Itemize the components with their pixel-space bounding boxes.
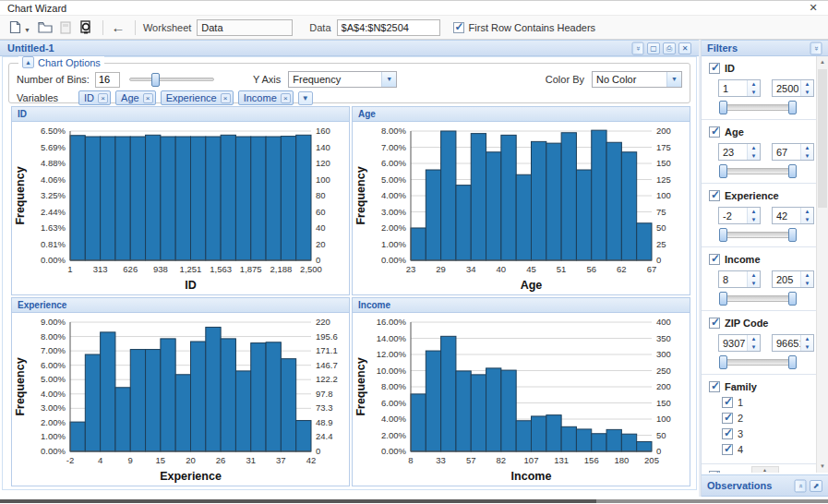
histogram-bar[interactable] bbox=[221, 339, 235, 451]
histogram-bar[interactable] bbox=[592, 434, 606, 451]
scroll-down-icon[interactable]: ▼ bbox=[817, 461, 828, 473]
add-variable-dropdown-icon[interactable]: ▼ bbox=[298, 91, 313, 105]
filter-max-spinner-value[interactable] bbox=[773, 144, 800, 160]
remove-variable-icon[interactable]: × bbox=[281, 93, 291, 103]
spin-up-icon[interactable]: ▲ bbox=[748, 271, 760, 280]
histogram-bar[interactable] bbox=[606, 142, 621, 260]
histogram-bar[interactable] bbox=[296, 421, 311, 451]
histogram-bar[interactable] bbox=[251, 137, 266, 260]
filter-max-spinner-value[interactable] bbox=[773, 208, 800, 223]
spin-down-icon[interactable]: ▼ bbox=[801, 343, 813, 352]
copy-icon[interactable]: ▢ bbox=[647, 42, 660, 54]
bins-input[interactable] bbox=[95, 72, 120, 88]
histogram-bar[interactable] bbox=[592, 130, 606, 260]
histogram-bar[interactable] bbox=[456, 371, 471, 451]
new-document-icon[interactable] bbox=[6, 18, 24, 36]
observations-splitter-handle[interactable]: ▲ bbox=[751, 466, 779, 473]
histogram-bar[interactable] bbox=[486, 368, 501, 451]
open-folder-icon[interactable] bbox=[36, 18, 54, 36]
histogram-bar[interactable] bbox=[175, 375, 190, 451]
collapse-filters-icon[interactable]: » bbox=[810, 42, 822, 54]
filter-max-spinner-value[interactable] bbox=[773, 335, 800, 351]
histogram-bar[interactable] bbox=[221, 135, 235, 260]
histogram-bar[interactable] bbox=[576, 429, 591, 451]
remove-variable-icon[interactable]: × bbox=[221, 93, 231, 103]
spin-down-icon[interactable]: ▼ bbox=[801, 280, 813, 288]
histogram-bar[interactable] bbox=[637, 442, 652, 452]
save-icon[interactable] bbox=[56, 18, 75, 36]
close-icon[interactable]: ✕ bbox=[678, 42, 691, 54]
histogram-bar[interactable] bbox=[235, 371, 250, 451]
export-icon[interactable]: ⎙ bbox=[663, 42, 676, 54]
filter-range-slider[interactable] bbox=[720, 168, 796, 174]
filter-max-spinner[interactable]: ▲▼ bbox=[772, 270, 814, 288]
histogram-bar[interactable] bbox=[471, 134, 486, 260]
expand-observations-icon[interactable]: » bbox=[795, 479, 807, 492]
histogram-bar[interactable] bbox=[546, 415, 561, 451]
filter-min-spinner[interactable]: ▲▼ bbox=[718, 270, 761, 288]
filter-range-slider[interactable] bbox=[720, 104, 796, 111]
y-axis-dropdown[interactable]: Frequency ▼ bbox=[288, 71, 397, 88]
filter-min-spinner-value[interactable] bbox=[719, 144, 747, 160]
filter-option-checkbox[interactable] bbox=[722, 397, 733, 408]
filter-max-spinner[interactable]: ▲▼ bbox=[772, 143, 814, 161]
histogram-bar[interactable] bbox=[251, 343, 266, 451]
new-document-dropdown-icon[interactable]: ▼ bbox=[24, 27, 30, 33]
filter-option-checkbox[interactable] bbox=[722, 428, 733, 439]
histogram-bar[interactable] bbox=[101, 332, 115, 451]
spin-down-icon[interactable]: ▼ bbox=[801, 152, 813, 161]
variable-tag[interactable]: Age× bbox=[115, 90, 156, 105]
histogram-bar[interactable] bbox=[441, 336, 456, 451]
filter-max-spinner[interactable]: ▲▼ bbox=[772, 334, 814, 352]
spin-down-icon[interactable]: ▼ bbox=[748, 216, 760, 224]
histogram-bar[interactable] bbox=[637, 223, 652, 260]
range-handle-max[interactable] bbox=[788, 164, 797, 178]
histogram-bar[interactable] bbox=[101, 137, 115, 260]
histogram-bar[interactable] bbox=[486, 152, 501, 260]
filter-range-slider[interactable] bbox=[720, 359, 796, 366]
histogram-bar[interactable] bbox=[130, 350, 145, 451]
histogram-bar[interactable] bbox=[266, 137, 281, 260]
filter-checkbox[interactable] bbox=[709, 318, 720, 329]
collapse-options-icon[interactable]: ▴ bbox=[22, 56, 34, 68]
histogram-bar[interactable] bbox=[546, 143, 561, 260]
histogram-bar[interactable] bbox=[161, 339, 175, 451]
range-handle-min[interactable] bbox=[719, 228, 727, 242]
range-handle-min[interactable] bbox=[719, 292, 727, 306]
histogram-bar[interactable] bbox=[456, 186, 471, 260]
filter-checkbox[interactable] bbox=[709, 190, 720, 201]
filter-option-checkbox[interactable] bbox=[722, 444, 733, 455]
histogram-bar[interactable] bbox=[161, 137, 175, 260]
spin-down-icon[interactable]: ▼ bbox=[801, 89, 813, 97]
histogram-bar[interactable] bbox=[281, 359, 295, 451]
color-by-dropdown[interactable]: No Color ▼ bbox=[592, 71, 682, 88]
variable-tag[interactable]: Experience× bbox=[161, 90, 234, 105]
histogram-bar[interactable] bbox=[70, 422, 85, 451]
histogram-bar[interactable] bbox=[175, 137, 190, 260]
range-handle-max[interactable] bbox=[788, 101, 797, 114]
spin-up-icon[interactable]: ▲ bbox=[801, 271, 813, 280]
popout-icon[interactable]: ⬈ bbox=[810, 480, 822, 492]
histogram-bar[interactable] bbox=[206, 137, 221, 260]
histogram-bar[interactable] bbox=[235, 137, 250, 260]
histogram-bar[interactable] bbox=[501, 135, 516, 260]
filter-checkbox[interactable] bbox=[709, 63, 720, 74]
histogram-bar[interactable] bbox=[191, 137, 206, 260]
remove-variable-icon[interactable]: × bbox=[98, 93, 108, 103]
histogram-bar[interactable] bbox=[115, 388, 130, 451]
histogram-bar[interactable] bbox=[606, 429, 621, 451]
filter-max-spinner-value[interactable] bbox=[773, 80, 800, 96]
filter-min-spinner-value[interactable] bbox=[719, 208, 747, 223]
variable-tag[interactable]: Income× bbox=[238, 90, 294, 105]
histogram-bar[interactable] bbox=[426, 170, 440, 260]
scrollbar-thumb[interactable] bbox=[818, 69, 827, 208]
histogram-bar[interactable] bbox=[621, 434, 636, 451]
histogram-bar[interactable] bbox=[85, 137, 100, 260]
filter-min-spinner[interactable]: ▲▼ bbox=[718, 79, 761, 97]
range-handle-max[interactable] bbox=[788, 355, 797, 369]
bins-slider[interactable] bbox=[129, 78, 214, 81]
filter-range-slider[interactable] bbox=[720, 232, 796, 238]
first-row-headers-checkbox[interactable] bbox=[453, 22, 464, 33]
filter-checkbox[interactable] bbox=[709, 254, 720, 265]
filter-max-spinner[interactable]: ▲▼ bbox=[772, 207, 814, 224]
